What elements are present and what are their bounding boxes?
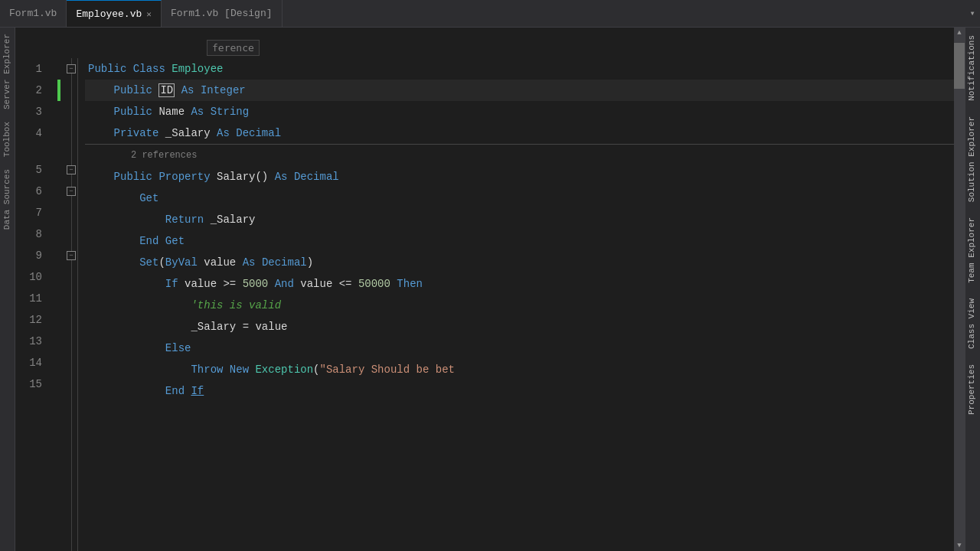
kw-decimal-5: Decimal [294, 171, 339, 183]
collapse-5[interactable]: − [67, 165, 76, 174]
code-line-8: End Get [85, 230, 954, 252]
line-num-6: 6 [19, 181, 50, 202]
kw-new: New [230, 364, 249, 376]
code-line-15: End If [85, 380, 954, 402]
kw-as-9: As [243, 256, 256, 269]
gutter: − − − − [57, 58, 85, 551]
code-line-14: Throw New Exception ( "Salary Should be … [85, 359, 954, 380]
code-line-13: Else [85, 337, 954, 359]
code-lines[interactable]: Public Class Employee Public ID A [85, 58, 954, 551]
gutter-row-13 [57, 331, 85, 352]
kw-private: Private [114, 127, 159, 139]
line-num-8: 8 [19, 223, 50, 245]
kw-integer: Integer [201, 84, 246, 96]
kw-throw: Throw [191, 364, 223, 376]
kw-get-end: Get [165, 235, 185, 247]
gutter-row-6[interactable]: − [57, 181, 85, 202]
kw-string: String [211, 106, 249, 118]
line-num-4: 4 [19, 122, 50, 144]
kw-decimal-9: Decimal [262, 256, 307, 269]
tab-form1-label: Form1.vb [9, 8, 57, 19]
ide-window: Form1.vb Employee.vb ✕ Form1.vb [Design]… [0, 0, 980, 551]
num-50000: 50000 [358, 278, 390, 290]
team-explorer-icon[interactable]: Team Explorer [965, 210, 980, 291]
left-sidebar: Server Explorer Toolbox Data Sources [0, 28, 15, 551]
line-num-11: 11 [19, 288, 50, 309]
kw-public-5: Public [114, 171, 152, 183]
kw-public-3: Public [114, 106, 152, 118]
code-line-5: Public Property Salary() As Decimal [85, 166, 954, 187]
kw-decimal-4: Decimal [236, 127, 281, 139]
id-highlighted: ID [158, 83, 175, 97]
kw-as-3: As [191, 106, 204, 118]
tab-bar: Form1.vb Employee.vb ✕ Form1.vb [Design]… [0, 0, 980, 28]
toolbox-icon[interactable]: Toolbox [0, 116, 15, 163]
server-explorer-icon[interactable]: Server Explorer [0, 28, 15, 116]
kw-as-4: As [217, 127, 230, 139]
collapse-6[interactable]: − [67, 187, 76, 196]
line-num-10: 10 [19, 266, 50, 288]
tab-scroll-right[interactable]: ▾ [965, 0, 980, 28]
kw-property: Property [158, 171, 210, 183]
reference-tooltip: ference [207, 40, 260, 56]
class-view-icon[interactable]: Class View [965, 291, 980, 357]
gutter-row-2 [57, 80, 85, 101]
scrollbar-up-btn[interactable]: ▲ [954, 28, 965, 38]
code-line-6: Get [85, 187, 954, 209]
gutter-row-3 [57, 101, 85, 122]
line-num-13: 13 [19, 331, 50, 352]
collapse-9[interactable]: − [67, 251, 76, 260]
tab-form1design[interactable]: Form1.vb [Design] [162, 0, 283, 27]
scrollbar-down-btn[interactable]: ▼ [954, 540, 965, 551]
gutter-row-4 [57, 122, 85, 144]
line-num-12: 12 [19, 309, 50, 331]
gutter-row-7 [57, 202, 85, 223]
kw-set: Set [139, 256, 158, 269]
num-5000: 5000 [243, 278, 269, 290]
line-num-14: 14 [19, 352, 50, 373]
str-salary: "Salary Should be bet [320, 364, 455, 376]
data-sources-icon[interactable]: Data Sources [0, 163, 15, 236]
kw-public-1: Public [88, 63, 126, 75]
kw-then: Then [397, 278, 423, 290]
notifications-icon[interactable]: Notifications [965, 28, 980, 109]
kw-if: If [165, 278, 178, 290]
editor-scrollbar[interactable]: ▲ ▼ [954, 28, 965, 551]
gutter-row-9[interactable]: − [57, 245, 85, 266]
collapse-1[interactable]: − [67, 64, 76, 73]
kw-return: Return [165, 214, 204, 226]
kw-end-get: End [139, 235, 158, 247]
line-num-9: 9 [19, 245, 50, 266]
tab-form1[interactable]: Form1.vb [0, 0, 67, 27]
gutter-row-15 [57, 373, 85, 395]
editor-container: ference 1 2 3 4 5 6 7 8 9 10 11 [15, 28, 965, 551]
comment-valid: 'this is valid [191, 299, 281, 311]
code-area[interactable]: 1 2 3 4 5 6 7 8 9 10 11 12 13 14 15 [15, 28, 954, 551]
scrollbar-thumb[interactable] [954, 43, 965, 89]
line-num-15: 15 [19, 373, 50, 395]
kw-as-2: As [181, 84, 194, 96]
code-line-7: Return _Salary [85, 209, 954, 230]
code-line-2: Public ID As Integer [85, 80, 954, 101]
gutter-row-12 [57, 309, 85, 331]
kw-and: And [275, 278, 294, 290]
tab-employee-close[interactable]: ✕ [146, 9, 152, 19]
gutter-row-8 [57, 223, 85, 245]
code-line-3: Public Name As String [85, 101, 954, 122]
kw-end-if: End [165, 385, 185, 397]
kw-as-5: As [275, 171, 288, 183]
tab-employee[interactable]: Employee.vb ✕ [67, 0, 161, 27]
class-exception: Exception [255, 364, 313, 376]
solution-explorer-icon[interactable]: Solution Explorer [965, 109, 980, 210]
main-area: Server Explorer Toolbox Data Sources fer… [0, 28, 980, 551]
kw-public-2: Public [114, 84, 152, 96]
gutter-row-1[interactable]: − [57, 58, 85, 80]
line-num-1: 1 [19, 58, 50, 80]
properties-icon[interactable]: Properties [965, 357, 980, 422]
gutter-row-5[interactable]: − [57, 159, 85, 181]
kw-if-end: If [191, 385, 204, 397]
line-num-5: 5 [19, 159, 50, 181]
kw-get: Get [139, 192, 158, 204]
gutter-row-11 [57, 288, 85, 309]
gutter-row-14 [57, 352, 85, 373]
